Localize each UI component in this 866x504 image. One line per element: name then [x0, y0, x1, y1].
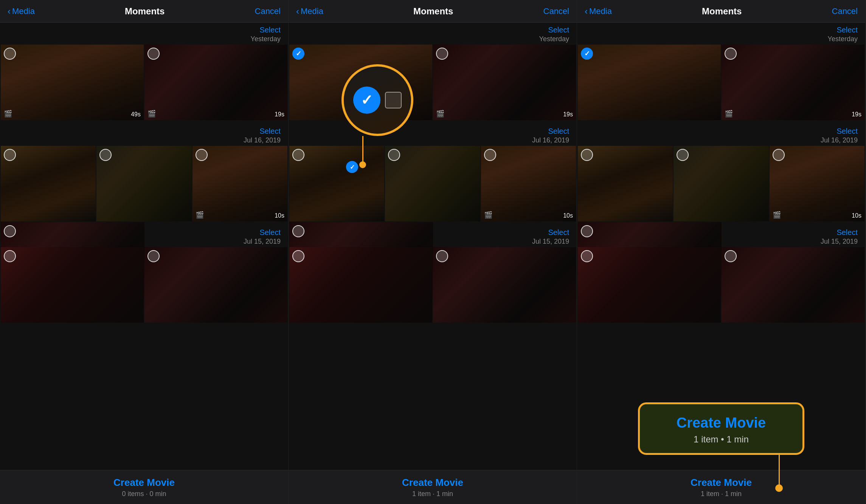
select-p2-2-4[interactable]: [292, 225, 304, 237]
select-check-2-2[interactable]: [99, 149, 112, 161]
selected-check-p3-1[interactable]: ✓: [581, 48, 593, 60]
cancel-button-2[interactable]: Cancel: [543, 6, 569, 16]
header-title-1: Moments: [125, 6, 165, 17]
panel-1: ‹ Media Moments Cancel Select Yesterday …: [0, 0, 289, 504]
thumb-p2-3-2[interactable]: [433, 247, 576, 323]
select-p3-3-2[interactable]: [725, 250, 737, 262]
select-yesterday-2[interactable]: Select: [539, 26, 569, 34]
create-movie-meta-2: 1 item · 1 min: [412, 490, 453, 498]
duration-1-1: 49s: [131, 111, 141, 118]
select-p2-3-1[interactable]: [292, 250, 304, 262]
select-p2-2-1[interactable]: [292, 149, 304, 161]
header-3: ‹ Media Moments Cancel: [577, 0, 865, 23]
chevron-left-icon-2: ‹: [296, 6, 299, 17]
create-movie-meta-3: 1 item · 1 min: [701, 490, 742, 498]
video-icon-2: 🎬: [147, 110, 156, 118]
select-yesterday-1[interactable]: Select: [251, 26, 281, 34]
thumb-p3-3-2[interactable]: [722, 247, 864, 323]
thumb-2-1[interactable]: [1, 146, 96, 221]
duration-p3-1: 19s: [852, 111, 861, 118]
thumb-p3-2-3[interactable]: 🎬 10s: [770, 146, 864, 221]
back-button-2[interactable]: ‹ Media: [296, 6, 323, 17]
create-movie-button-1[interactable]: Create Movie: [113, 477, 175, 489]
thumb-3-2[interactable]: [144, 247, 287, 323]
select-p3-2-4[interactable]: [581, 225, 593, 237]
select-jul15-3[interactable]: Select: [821, 228, 858, 237]
video-icon-p2-2: 🎬: [484, 211, 492, 219]
cancel-button-1[interactable]: Cancel: [255, 6, 281, 16]
create-movie-button-2[interactable]: Create Movie: [402, 477, 463, 489]
header-2: ‹ Media Moments Cancel: [289, 0, 577, 23]
select-jul15-1[interactable]: Select: [244, 228, 281, 237]
select-yesterday-3[interactable]: Select: [828, 26, 858, 34]
panel-3: ‹ Media Moments Cancel Select Yesterday …: [577, 0, 866, 504]
highlight-arrow-dot: [775, 484, 783, 492]
thumb-3-1[interactable]: [1, 247, 144, 323]
thumb-p2-3-1[interactable]: [289, 247, 432, 323]
back-label-2: Media: [301, 6, 323, 16]
thumb-check-indicator: ✓: [346, 161, 358, 173]
date-jul16-1: Jul 16, 2019: [244, 136, 281, 144]
select-p2-3-2[interactable]: [436, 250, 448, 262]
bottom-bar-2: Create Movie 1 item · 1 min: [289, 470, 577, 504]
create-movie-meta-1: 0 items · 0 min: [122, 490, 166, 498]
select-check-3-2[interactable]: [147, 250, 160, 262]
section-jul16-1: Select Jul 16, 2019: [0, 124, 288, 146]
select-check-2-3[interactable]: [196, 149, 208, 161]
date-yesterday-1: Yesterday: [251, 35, 281, 43]
bottom-bar-3: Create Movie 1 item · 1 min: [577, 470, 865, 504]
thumb-p2-2-3[interactable]: 🎬 10s: [481, 146, 576, 221]
cancel-button-3[interactable]: Cancel: [832, 6, 858, 16]
date-yesterday-2: Yesterday: [539, 35, 569, 43]
select-check-1-2[interactable]: [147, 48, 160, 60]
select-jul15-2[interactable]: Select: [532, 228, 569, 237]
back-button-1[interactable]: ‹ Media: [8, 6, 35, 17]
select-check-1-1[interactable]: [4, 48, 16, 60]
selected-check-p2-1[interactable]: ✓: [292, 48, 304, 60]
section-jul16-2: Select Jul 16, 2019: [289, 124, 577, 146]
back-button-3[interactable]: ‹ Media: [585, 6, 612, 17]
select-p2-2-2[interactable]: [388, 149, 400, 161]
section-jul16-3: Select Jul 16, 2019: [577, 124, 865, 146]
select-p3-2-1[interactable]: [581, 149, 593, 161]
duration-p3-2: 10s: [852, 212, 861, 219]
thumb-grid-jul16-2: 🎬 10s: [289, 146, 577, 225]
date-jul15-1: Jul 15, 2019: [244, 238, 281, 246]
duration-p2-1: 19s: [563, 111, 573, 118]
select-check-p2-1[interactable]: [436, 48, 448, 60]
content-1: Select Yesterday 🎬 49s 🎬 19s Select Jul …: [0, 23, 288, 470]
thumb-p3-2-2[interactable]: [674, 146, 768, 221]
chevron-left-icon: ‹: [8, 6, 11, 17]
thumb-grid-yesterday-3: ✓ 🎬 19s: [577, 45, 865, 124]
select-check-2-1[interactable]: [4, 149, 16, 161]
thumb-p3-1-2[interactable]: 🎬 19s: [722, 45, 864, 120]
select-p3-3-1[interactable]: [581, 250, 593, 262]
select-jul16-3[interactable]: Select: [821, 127, 858, 136]
thumb-2-2[interactable]: [96, 146, 191, 221]
thumb-grid-yesterday-2: ✓ 🎬 19s: [289, 45, 577, 124]
select-p3-2-2[interactable]: [677, 149, 689, 161]
thumb-p2-2-1[interactable]: [289, 146, 384, 221]
select-check-p3-1[interactable]: [725, 48, 737, 60]
thumb-p3-1-1[interactable]: ✓: [578, 45, 721, 120]
thumb-p3-3-1[interactable]: [578, 247, 721, 323]
thumb-2-3[interactable]: 🎬 10s: [192, 146, 287, 221]
small-box-icon: [385, 92, 402, 108]
thumb-p3-2-1[interactable]: [578, 146, 673, 221]
select-check-2-4[interactable]: [4, 225, 16, 237]
select-jul16-2[interactable]: Select: [532, 127, 569, 136]
video-icon-p2-1: 🎬: [436, 110, 444, 118]
video-icon-1: 🎬: [4, 110, 12, 118]
thumb-1-2[interactable]: 🎬 19s: [144, 45, 287, 120]
select-jul16-1[interactable]: Select: [244, 127, 281, 136]
select-p3-2-3[interactable]: [773, 149, 785, 161]
create-movie-button-3[interactable]: Create Movie: [691, 477, 752, 489]
select-p2-2-3[interactable]: [484, 149, 496, 161]
thumb-p2-1-2[interactable]: 🎬 19s: [433, 45, 576, 120]
checkmark-icon: ✓: [361, 92, 373, 108]
create-movie-highlight-box[interactable]: Create Movie 1 item • 1 min: [638, 402, 804, 455]
select-check-3-1[interactable]: [4, 250, 16, 262]
thumb-1-1[interactable]: 🎬 49s: [1, 45, 144, 120]
date-jul15-2: Jul 15, 2019: [532, 238, 569, 246]
thumb-p2-2-2[interactable]: [385, 146, 480, 221]
